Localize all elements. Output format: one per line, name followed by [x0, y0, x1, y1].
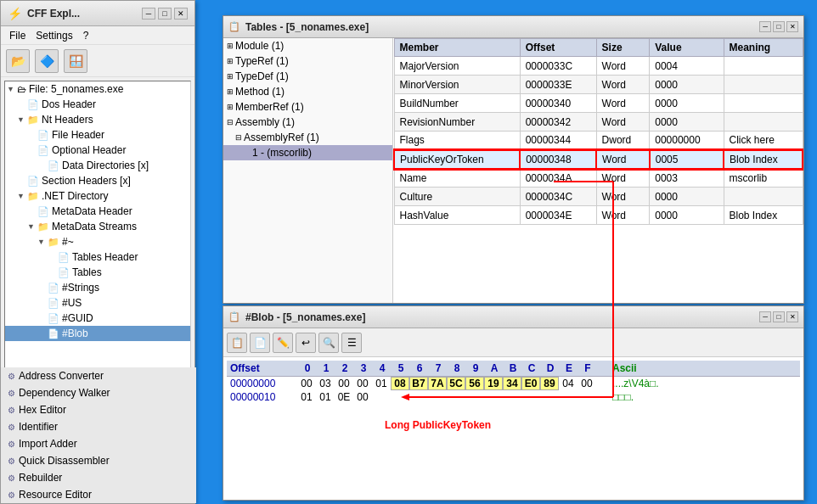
nav-mscorlib[interactable]: 1 - (mscorlib) — [223, 145, 392, 160]
table-cell-7-2[interactable]: Word — [596, 188, 650, 206]
table-cell-0-2[interactable]: Word — [596, 57, 650, 76]
tables-minimize[interactable]: ─ — [759, 21, 771, 32]
table-cell-4-4[interactable]: Click here — [724, 132, 803, 150]
table-cell-5-1[interactable]: 00000348 — [520, 150, 596, 169]
blob-search-btn[interactable]: 🔍 — [318, 333, 339, 353]
tables-maximize[interactable]: □ — [773, 21, 785, 32]
hex-byte[interactable]: 03 — [317, 378, 334, 389]
nav-memberref[interactable]: ⊞ MemberRef (1) — [223, 99, 392, 115]
tables-close[interactable]: ✕ — [786, 21, 798, 32]
hex-byte[interactable] — [448, 391, 465, 403]
blob-paste-btn[interactable]: 📄 — [250, 333, 270, 353]
table-cell-8-1[interactable]: 0000034E — [520, 206, 596, 225]
table-cell-4-2[interactable]: Dword — [596, 132, 650, 150]
table-row[interactable]: MinorVersion0000033EWord0000 — [394, 76, 803, 94]
table-cell-6-4[interactable]: mscorlib — [724, 169, 803, 188]
table-cell-3-1[interactable]: 00000342 — [520, 113, 596, 132]
hex-byte[interactable]: 04 — [560, 378, 577, 389]
tree-item-dos[interactable]: 📄 Dos Header — [5, 97, 190, 112]
table-row[interactable]: Flags00000344Dword00000000Click here — [394, 132, 803, 150]
hex-byte[interactable] — [392, 391, 408, 403]
hex-byte[interactable]: 00 — [354, 391, 371, 403]
table-cell-3-2[interactable]: Word — [596, 113, 650, 132]
table-cell-0-3[interactable]: 0004 — [650, 57, 724, 76]
hex-byte[interactable]: 01 — [373, 378, 390, 389]
table-cell-8-0[interactable]: HashValue — [394, 206, 520, 225]
table-cell-6-3[interactable]: 0003 — [650, 169, 724, 188]
table-cell-1-4[interactable] — [724, 76, 803, 94]
table-cell-3-0[interactable]: RevisionNumber — [394, 113, 520, 132]
table-row[interactable]: HashValue0000034EWord0000Blob Index — [394, 206, 803, 225]
hex-byte[interactable] — [373, 391, 390, 403]
tool-hex-editor[interactable]: ⚙ Hex Editor — [1, 401, 196, 418]
hex-byte[interactable] — [410, 391, 427, 403]
tree-item-nt[interactable]: ▼ 📁 Nt Headers — [5, 112, 190, 127]
table-row[interactable]: RevisionNumber00000342Word0000 — [394, 113, 803, 132]
menu-settings[interactable]: Settings — [31, 28, 77, 43]
tree-item-file[interactable]: ▼ 🗁 File: 5_nonames.exe — [5, 81, 190, 97]
hex-byte[interactable]: 00 — [335, 378, 352, 389]
hex-byte[interactable] — [560, 391, 577, 403]
tree-item-us[interactable]: 📄 #US — [5, 295, 190, 311]
table-cell-2-2[interactable]: Word — [596, 94, 650, 113]
table-cell-0-1[interactable]: 0000033C — [520, 57, 596, 76]
maximize-button[interactable]: □ — [158, 8, 172, 20]
blob-close[interactable]: ✕ — [786, 311, 798, 322]
hex-byte[interactable] — [466, 391, 483, 403]
tree-item-guid[interactable]: 📄 #GUID — [5, 311, 190, 326]
minimize-button[interactable]: ─ — [142, 8, 155, 20]
table-cell-8-4[interactable]: Blob Index — [724, 206, 803, 225]
table-cell-2-3[interactable]: 0000 — [650, 94, 724, 113]
close-button[interactable]: ✕ — [174, 8, 188, 20]
tree-item-tables-header[interactable]: 📄 Tables Header — [5, 249, 190, 265]
table-cell-7-4[interactable] — [724, 188, 803, 206]
tool-identifier[interactable]: ⚙ Identifier — [1, 418, 196, 435]
hex-byte[interactable]: 00 — [298, 378, 315, 389]
nav-typeref[interactable]: ⊞ TypeRef (1) — [223, 53, 392, 69]
blob-maximize[interactable]: □ — [773, 311, 785, 322]
tree-item-tables[interactable]: 📄 Tables — [5, 265, 190, 280]
hex-byte[interactable]: 7A — [429, 378, 446, 389]
hex-byte[interactable]: 56 — [466, 378, 483, 389]
tree-item-file-header[interactable]: 📄 File Header — [5, 127, 190, 143]
tree-item-blob[interactable]: 📄 #Blob — [5, 326, 190, 341]
hex-byte[interactable]: 00 — [578, 378, 595, 389]
hex-byte[interactable]: E0 — [522, 378, 539, 389]
hex-byte[interactable] — [504, 391, 521, 403]
hex-byte[interactable]: 34 — [504, 378, 521, 389]
tool-address-converter[interactable]: ⚙ Address Converter — [1, 367, 196, 384]
tree-item-metadata-streams[interactable]: ▼ 📁 MetaData Streams — [5, 219, 190, 234]
table-row[interactable]: Name0000034AWord0003mscorlib — [394, 169, 803, 188]
tool-quick-disassembler[interactable]: ⚙ Quick Disassembler — [1, 452, 196, 469]
table-cell-2-1[interactable]: 00000340 — [520, 94, 596, 113]
blob-copy-btn[interactable]: 📋 — [227, 333, 247, 353]
table-cell-3-4[interactable] — [724, 113, 803, 132]
hex-byte[interactable] — [522, 391, 539, 403]
nav-method[interactable]: ⊞ Method (1) — [223, 84, 392, 99]
table-cell-5-2[interactable]: Word — [596, 150, 650, 169]
hex-byte[interactable]: 5C — [448, 378, 465, 389]
table-cell-5-0[interactable]: PublicKeyOrToken — [394, 150, 520, 169]
table-row[interactable]: BuildNumber00000340Word0000 — [394, 94, 803, 113]
hex-byte[interactable]: 01 — [298, 391, 315, 403]
menu-help[interactable]: ? — [78, 28, 94, 43]
hex-byte[interactable] — [578, 391, 595, 403]
table-cell-5-4[interactable]: Blob Index — [724, 150, 803, 169]
nav-module[interactable]: ⊞ Module (1) — [223, 38, 392, 53]
table-row[interactable]: PublicKeyOrToken00000348Word0005Blob Ind… — [394, 150, 803, 169]
tool-dependency-walker[interactable]: ⚙ Dependency Walker — [1, 384, 196, 401]
table-cell-1-3[interactable]: 0000 — [650, 76, 724, 94]
table-cell-8-3[interactable]: 0000 — [650, 206, 724, 225]
blob-minimize[interactable]: ─ — [759, 311, 771, 322]
table-cell-6-2[interactable]: Word — [596, 169, 650, 188]
hex-byte[interactable]: B7 — [410, 378, 427, 389]
table-cell-4-0[interactable]: Flags — [394, 132, 520, 150]
hex-byte[interactable]: 01 — [317, 391, 334, 403]
tool-import-adder[interactable]: ⚙ Import Adder — [1, 435, 196, 452]
tree-item-sections[interactable]: 📄 Section Headers [x] — [5, 173, 190, 188]
hex-byte[interactable]: 89 — [541, 378, 558, 389]
hex-byte[interactable] — [541, 391, 558, 403]
table-cell-7-1[interactable]: 0000034C — [520, 188, 596, 206]
table-cell-0-4[interactable] — [724, 57, 803, 76]
table-cell-1-2[interactable]: Word — [596, 76, 650, 94]
